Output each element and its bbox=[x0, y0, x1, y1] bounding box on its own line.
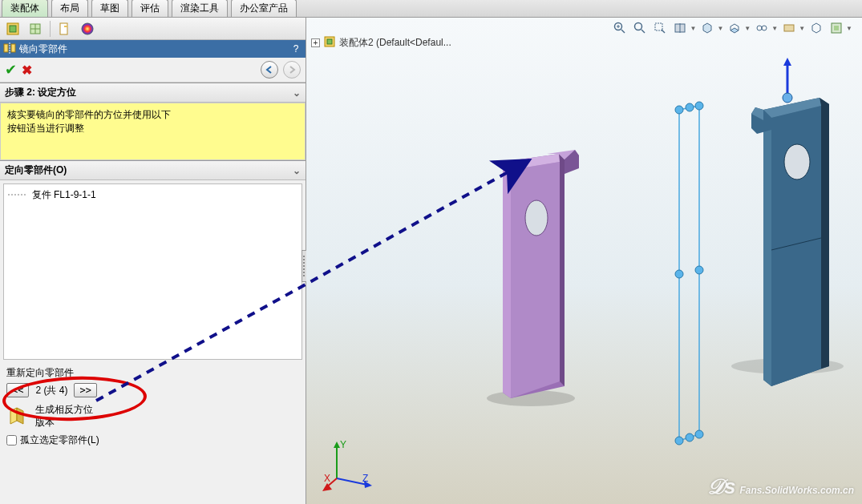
step-msg-line2: 按钮适当进行调整 bbox=[7, 122, 298, 135]
svg-text:Z: Z bbox=[362, 473, 368, 484]
svg-text:X: X bbox=[324, 473, 330, 484]
property-manager: 镜向零部件 ? ✔ ✖ 步骤 2: 设定方位 ⌄ 核实要镜向的零部件的方位并使用… bbox=[0, 18, 306, 504]
reorient-section: 重新定向零部件 << 2 (共 4) >> bbox=[0, 363, 306, 399]
tab-render[interactable]: 渲染工具 bbox=[172, 0, 228, 17]
forward-button[interactable] bbox=[283, 61, 301, 79]
step-header-label: 步骤 2: 设定方位 bbox=[5, 86, 76, 99]
svg-point-33 bbox=[675, 106, 683, 114]
cancel-button[interactable]: ✖ bbox=[22, 62, 32, 78]
next-orientation-button[interactable]: >> bbox=[74, 383, 96, 397]
step-message: 核实要镜向的零部件的方位并使用以下 按钮适当进行调整 bbox=[0, 103, 306, 160]
orient-header-label: 定向零部件(O) bbox=[5, 163, 67, 177]
tab-office[interactable]: 办公室产品 bbox=[231, 0, 297, 17]
svg-point-34 bbox=[695, 102, 703, 110]
isolate-label: 孤立选定零部件(L) bbox=[20, 433, 99, 447]
svg-point-36 bbox=[675, 437, 683, 445]
origin-triad: Y Z X bbox=[322, 437, 378, 493]
configuration-icon[interactable] bbox=[26, 19, 45, 38]
svg-marker-48 bbox=[334, 442, 340, 448]
component-list[interactable]: ⋯⋯ 复件 FL1-9-1-1 bbox=[3, 183, 302, 360]
isolate-checkbox[interactable] bbox=[6, 435, 17, 446]
back-button[interactable] bbox=[261, 61, 278, 79]
svg-point-6 bbox=[82, 23, 93, 34]
step-header: 步骤 2: 设定方位 ⌄ bbox=[0, 83, 306, 103]
collapse-icon[interactable]: ⌄ bbox=[293, 87, 301, 99]
tab-sketch[interactable]: 草图 bbox=[91, 0, 128, 17]
command-title: 镜向零部件 bbox=[19, 42, 289, 56]
svg-marker-11 bbox=[17, 408, 23, 424]
opposite-text: 生成相反方位 版本 bbox=[35, 404, 93, 429]
mirror-icon bbox=[3, 42, 16, 57]
svg-point-40 bbox=[695, 266, 703, 274]
command-header: 镜向零部件 ? bbox=[0, 40, 306, 58]
svg-rect-5 bbox=[60, 23, 67, 34]
svg-rect-7 bbox=[4, 44, 8, 52]
feature-tabs: 装配体 布局 草图 评估 渲染工具 办公室产品 bbox=[0, 0, 862, 18]
left-toolbar bbox=[0, 18, 306, 40]
graphics-viewport[interactable]: ▼ ▼ ▼ ▼ ▼ ▼ + 装配体2 (Default<Defaul... bbox=[306, 18, 862, 504]
svg-point-39 bbox=[675, 270, 683, 278]
orient-header: 定向零部件(O) ⌄ bbox=[0, 160, 306, 180]
orientation-counter: 2 (共 4) bbox=[35, 384, 67, 397]
svg-rect-8 bbox=[11, 44, 15, 52]
list-item[interactable]: ⋯⋯ 复件 FL1-9-1-1 bbox=[7, 187, 298, 203]
svg-marker-10 bbox=[10, 408, 17, 424]
confirm-row: ✔ ✖ bbox=[0, 58, 306, 83]
help-button[interactable]: ? bbox=[289, 43, 302, 54]
reorient-label: 重新定向零部件 bbox=[6, 366, 299, 380]
svg-point-35 bbox=[695, 430, 703, 438]
svg-text:Y: Y bbox=[340, 439, 346, 450]
property-icon[interactable] bbox=[55, 19, 75, 38]
opposite-option[interactable]: 生成相反方位 版本 bbox=[0, 399, 306, 433]
svg-marker-45 bbox=[783, 58, 791, 66]
svg-point-38 bbox=[686, 433, 694, 442]
opposite-icon bbox=[6, 405, 29, 428]
ok-button[interactable]: ✔ bbox=[5, 61, 17, 79]
watermark: 𝒟s Fans.SolidWorks.com.cn bbox=[706, 474, 854, 499]
prev-orientation-button[interactable]: << bbox=[6, 383, 29, 397]
svg-point-46 bbox=[783, 93, 792, 103]
tab-layout[interactable]: 布局 bbox=[51, 0, 88, 17]
assembly-icon[interactable] bbox=[3, 19, 22, 38]
appearance-icon[interactable] bbox=[78, 19, 97, 38]
svg-rect-1 bbox=[10, 26, 16, 32]
tab-evaluate[interactable]: 评估 bbox=[132, 0, 168, 17]
step-msg-line1: 核实要镜向的零部件的方位并使用以下 bbox=[7, 108, 298, 122]
model-scene bbox=[306, 18, 862, 504]
collapse-icon[interactable]: ⌄ bbox=[293, 165, 301, 176]
svg-point-37 bbox=[686, 103, 694, 111]
isolate-row: 孤立选定零部件(L) bbox=[0, 433, 306, 452]
tab-assembly[interactable]: 装配体 bbox=[2, 0, 48, 17]
separator bbox=[50, 21, 51, 37]
